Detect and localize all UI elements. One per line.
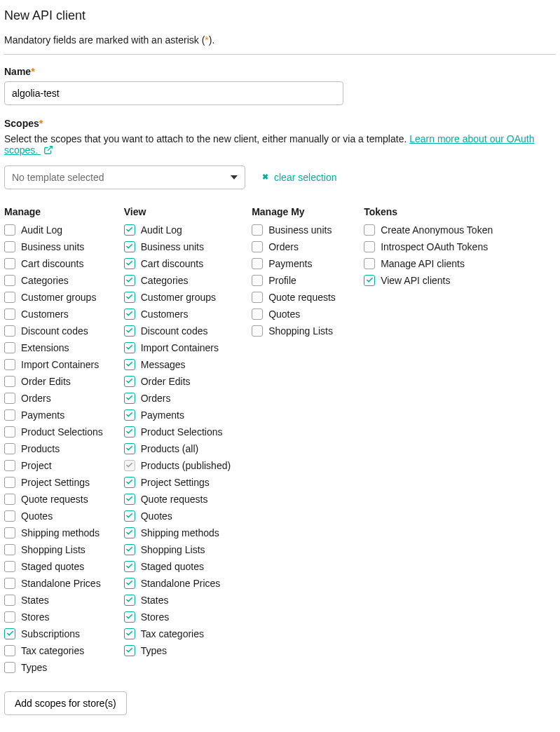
checkbox[interactable] (4, 426, 15, 438)
checkbox[interactable] (124, 393, 135, 404)
checkbox[interactable] (4, 477, 15, 488)
scope-manage-26[interactable]: Types (4, 662, 103, 673)
scope-manage_my-4[interactable]: Quote requests (252, 292, 343, 303)
scope-manage-17[interactable]: Quotes (4, 510, 103, 522)
checkbox[interactable] (252, 309, 263, 320)
template-select[interactable]: No template selected (4, 165, 245, 189)
scope-manage-20[interactable]: Staged quotes (4, 561, 103, 572)
scope-view-23[interactable]: Stores (124, 611, 231, 623)
checkbox[interactable] (4, 561, 15, 572)
scope-manage-11[interactable]: Payments (4, 409, 103, 421)
scope-tokens-1[interactable]: Introspect OAuth Tokens (364, 241, 493, 252)
scope-view-2[interactable]: Cart discounts (124, 258, 231, 269)
checkbox[interactable] (4, 578, 15, 589)
scope-manage-18[interactable]: Shipping methods (4, 527, 103, 538)
scope-view-20[interactable]: Staged quotes (124, 561, 231, 572)
clear-selection-button[interactable]: ✖ clear selection (262, 172, 337, 183)
checkbox[interactable] (4, 409, 15, 421)
scope-manage-9[interactable]: Order Edits (4, 376, 103, 387)
scope-tokens-3[interactable]: View API clients (364, 275, 493, 286)
checkbox[interactable] (124, 494, 135, 505)
scope-manage-4[interactable]: Customer groups (4, 292, 103, 303)
scope-view-0[interactable]: Audit Log (124, 224, 231, 236)
scope-view-11[interactable]: Payments (124, 409, 231, 421)
checkbox[interactable] (124, 342, 135, 353)
scope-view-6[interactable]: Discount codes (124, 325, 231, 337)
checkbox[interactable] (124, 292, 135, 303)
checkbox[interactable] (4, 292, 15, 303)
checkbox[interactable] (4, 527, 15, 538)
scope-manage-19[interactable]: Shopping Lists (4, 544, 103, 555)
scope-view-25[interactable]: Types (124, 645, 231, 656)
scope-manage_my-3[interactable]: Profile (252, 275, 343, 286)
scope-view-24[interactable]: Tax categories (124, 628, 231, 639)
checkbox[interactable] (4, 494, 15, 505)
checkbox[interactable] (4, 393, 15, 404)
scope-view-3[interactable]: Categories (124, 275, 231, 286)
checkbox[interactable] (4, 275, 15, 286)
checkbox[interactable] (124, 443, 135, 454)
checkbox[interactable] (124, 578, 135, 589)
scope-view-5[interactable]: Customers (124, 309, 231, 320)
scope-view-1[interactable]: Business units (124, 241, 231, 252)
checkbox[interactable] (4, 258, 15, 269)
checkbox[interactable] (252, 325, 263, 337)
checkbox[interactable] (124, 376, 135, 387)
checkbox[interactable] (124, 628, 135, 639)
checkbox[interactable] (124, 645, 135, 656)
checkbox[interactable] (4, 595, 15, 606)
scope-view-13[interactable]: Products (all) (124, 443, 231, 454)
scope-view-14[interactable]: Products (published) (124, 460, 231, 471)
checkbox[interactable] (4, 544, 15, 555)
scope-tokens-0[interactable]: Create Anonymous Token (364, 224, 493, 236)
scope-manage-2[interactable]: Cart discounts (4, 258, 103, 269)
scope-manage-0[interactable]: Audit Log (4, 224, 103, 236)
checkbox[interactable] (364, 224, 375, 236)
checkbox[interactable] (124, 275, 135, 286)
checkbox[interactable] (4, 460, 15, 471)
scope-manage_my-5[interactable]: Quotes (252, 309, 343, 320)
scope-manage_my-0[interactable]: Business units (252, 224, 343, 236)
checkbox[interactable] (4, 325, 15, 337)
checkbox[interactable] (124, 561, 135, 572)
scope-view-22[interactable]: States (124, 595, 231, 606)
scope-manage_my-1[interactable]: Orders (252, 241, 343, 252)
checkbox[interactable] (124, 510, 135, 522)
checkbox[interactable] (124, 325, 135, 337)
checkbox[interactable] (124, 309, 135, 320)
add-scopes-button[interactable]: Add scopes for store(s) (4, 691, 127, 715)
checkbox[interactable] (124, 224, 135, 236)
scope-manage-6[interactable]: Discount codes (4, 325, 103, 337)
checkbox[interactable] (364, 275, 375, 286)
scope-manage-23[interactable]: Stores (4, 611, 103, 623)
checkbox[interactable] (4, 376, 15, 387)
scope-view-18[interactable]: Shipping methods (124, 527, 231, 538)
scope-tokens-2[interactable]: Manage API clients (364, 258, 493, 269)
checkbox[interactable] (124, 426, 135, 438)
checkbox[interactable] (4, 359, 15, 370)
checkbox[interactable] (252, 292, 263, 303)
checkbox[interactable] (252, 224, 263, 236)
scope-view-9[interactable]: Order Edits (124, 376, 231, 387)
scope-manage-24[interactable]: Subscriptions (4, 628, 103, 639)
scope-manage-12[interactable]: Product Selections (4, 426, 103, 438)
scope-manage-10[interactable]: Orders (4, 393, 103, 404)
scope-view-12[interactable]: Product Selections (124, 426, 231, 438)
scope-manage-5[interactable]: Customers (4, 309, 103, 320)
checkbox[interactable] (4, 224, 15, 236)
checkbox[interactable] (364, 241, 375, 252)
scope-view-17[interactable]: Quotes (124, 510, 231, 522)
checkbox[interactable] (4, 628, 15, 639)
checkbox[interactable] (124, 258, 135, 269)
checkbox[interactable] (4, 309, 15, 320)
scope-manage-22[interactable]: States (4, 595, 103, 606)
scope-manage_my-6[interactable]: Shopping Lists (252, 325, 343, 337)
scope-manage-1[interactable]: Business units (4, 241, 103, 252)
checkbox[interactable] (124, 477, 135, 488)
scope-view-19[interactable]: Shopping Lists (124, 544, 231, 555)
checkbox[interactable] (364, 258, 375, 269)
scope-manage-15[interactable]: Project Settings (4, 477, 103, 488)
checkbox[interactable] (124, 527, 135, 538)
scope-view-15[interactable]: Project Settings (124, 477, 231, 488)
checkbox[interactable] (124, 241, 135, 252)
